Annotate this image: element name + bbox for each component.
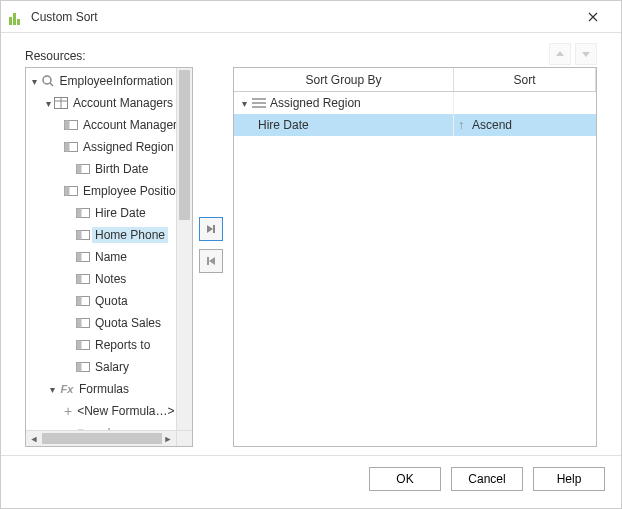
sort-asc-icon: ↑ [458,118,468,132]
field-icon [76,338,90,352]
tree-label: Formulas [76,381,132,397]
grid-row-group[interactable]: ▾ Assigned Region [234,92,596,114]
reorder-buttons [549,43,597,65]
arrow-up-icon [555,49,565,59]
tree-label: Name [92,249,130,265]
field-icon [76,228,90,242]
arrow-left-icon [205,255,217,267]
tree-node-field-selected[interactable]: Home Phone [26,224,176,246]
close-button[interactable] [573,3,613,31]
titlebar: Custom Sort [1,1,621,33]
cancel-button[interactable]: Cancel [451,467,523,491]
dialog-footer: OK Cancel Help [1,455,621,501]
svg-rect-29 [252,98,266,100]
arrow-right-icon [205,223,217,235]
window-title: Custom Sort [31,10,573,24]
move-up-button[interactable] [549,43,571,65]
tree-label: Home Phone [92,227,168,243]
tree-node-group[interactable]: ▾ Account Managers [26,92,176,114]
field-icon [64,118,78,132]
tree-node-field[interactable]: Account Managers ID [26,114,176,136]
svg-line-1 [50,83,53,86]
tree-label: Hire Date [92,205,149,221]
resources-label: Resources: [25,49,597,63]
field-icon [64,184,78,198]
tree-node-field[interactable]: Quota [26,290,176,312]
tree-label: Birth Date [92,161,151,177]
tree-node-field[interactable]: Employee Position [26,180,176,202]
svg-rect-31 [252,106,266,108]
svg-rect-12 [65,187,70,196]
fx-icon: Fx [60,382,74,396]
svg-rect-20 [77,275,82,284]
chevron-down-icon: ▾ [238,98,250,109]
move-down-button[interactable] [575,43,597,65]
grid-cell-label: Assigned Region [270,96,361,110]
tree-node-field[interactable]: Assigned Region [26,136,176,158]
scroll-corner [176,430,192,446]
svg-rect-18 [77,253,82,262]
svg-point-0 [43,76,51,84]
tree-node-formula-item[interactable]: Fx color [26,422,176,430]
tree-label: Salary [92,359,132,375]
tree-node-query[interactable]: ▾ EmployeeInformation [26,70,176,92]
svg-rect-14 [77,209,82,218]
tree-label: Account Managers ID [80,117,176,133]
help-button[interactable]: Help [533,467,605,491]
tree-label: Reports to [92,337,153,353]
resources-tree[interactable]: ▾ EmployeeInformation ▾ Account Managers [25,67,193,447]
scroll-right-button[interactable]: ► [160,431,176,447]
tree-label: <New Formula…> [74,403,176,419]
svg-rect-30 [252,102,266,104]
tree-label: Employee Position [80,183,176,199]
svg-rect-22 [77,297,82,306]
svg-rect-24 [77,319,82,328]
grid-header: Sort Group By Sort [234,68,596,92]
horizontal-scrollbar[interactable]: ◄ ► [26,430,176,446]
tree-node-field[interactable]: Reports to [26,334,176,356]
grid-cell-sort: Ascend [472,118,512,132]
tree-node-formulas[interactable]: ▾ Fx Formulas [26,378,176,400]
field-icon [76,360,90,374]
field-icon [64,140,78,154]
tree-node-field[interactable]: Salary [26,356,176,378]
svg-rect-10 [77,165,82,174]
svg-rect-8 [65,143,70,152]
tree-node-field[interactable]: Birth Date [26,158,176,180]
grid-row-field-selected[interactable]: Hire Date ↑ Ascend [234,114,596,136]
tree-node-new-formula[interactable]: + <New Formula…> [26,400,176,422]
field-icon [76,162,90,176]
tree-label: Quota Sales [92,315,164,331]
tree-node-field[interactable]: Name [26,246,176,268]
tree-node-field[interactable]: Hire Date [26,202,176,224]
sort-grid: Sort Group By Sort ▾ Assigned Region Hir… [233,67,597,447]
query-icon [41,74,55,88]
plus-icon: + [64,404,72,418]
tree-label: Quota [92,293,131,309]
app-icon [9,9,25,25]
grid-cell-label: Hire Date [258,118,309,132]
tree-node-field[interactable]: Notes [26,268,176,290]
svg-rect-28 [77,363,82,372]
close-icon [588,12,598,22]
scrollbar-thumb[interactable] [42,433,162,444]
ok-button[interactable]: OK [369,467,441,491]
tree-label: EmployeeInformation [57,73,176,89]
scrollbar-thumb[interactable] [179,70,190,220]
field-icon [76,294,90,308]
tree-label: Account Managers [70,95,176,111]
table-icon [54,96,68,110]
scroll-left-button[interactable]: ◄ [26,431,42,447]
svg-rect-26 [77,341,82,350]
column-header-sort[interactable]: Sort [454,68,596,91]
group-icon [252,97,266,109]
remove-from-sort-button[interactable] [199,249,223,273]
chevron-down-icon: ▾ [46,98,52,109]
tree-node-field[interactable]: Quota Sales [26,312,176,334]
add-to-sort-button[interactable] [199,217,223,241]
vertical-scrollbar[interactable] [176,68,192,430]
field-icon [76,316,90,330]
tree-label: Notes [92,271,129,287]
chevron-down-icon: ▾ [46,384,58,395]
column-header-group-by[interactable]: Sort Group By [234,68,454,91]
